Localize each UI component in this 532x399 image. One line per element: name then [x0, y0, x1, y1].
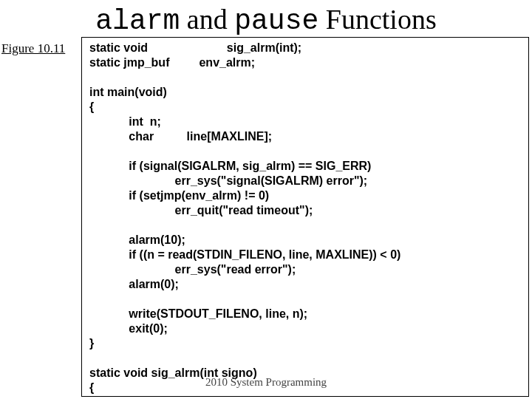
title-text-1: and	[180, 4, 234, 35]
figure-label: Figure 10.11	[1, 41, 65, 56]
title-code-2: pause	[234, 5, 318, 37]
code-listing: static void sig_alrm(int); static jmp_bu…	[81, 37, 529, 397]
title-text-2: Functions	[318, 4, 436, 35]
title-code-1: alarm	[95, 5, 180, 37]
slide-title: alarm and pause Functions	[0, 0, 532, 38]
